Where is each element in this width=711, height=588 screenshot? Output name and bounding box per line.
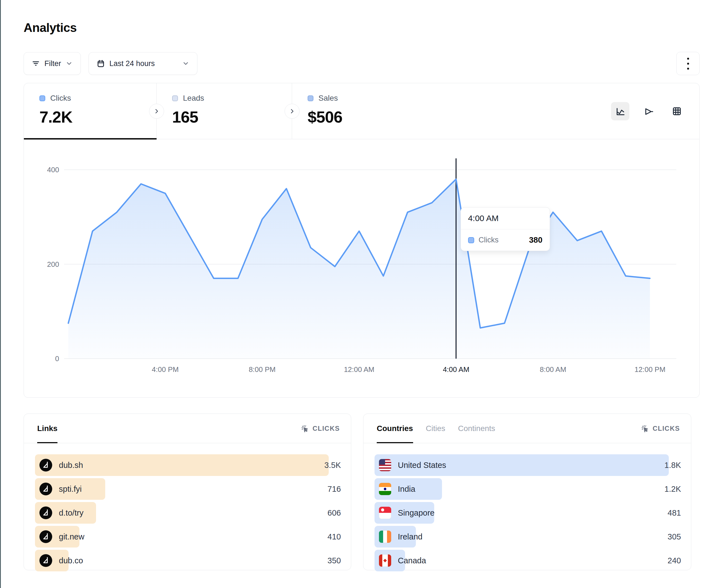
- links-panel: Links CLICKS d: [24, 413, 351, 570]
- x-axis: 4:00 PM 8:00 PM 12:00 AM 4:00 AM 8:00 AM…: [64, 365, 676, 376]
- clicks-chart: 400 200 0 4:00 AM Clicks 380 4:00 PM 8:0…: [24, 139, 699, 359]
- filter-button-label: Filter: [44, 59, 61, 68]
- dub-logo-icon: [39, 530, 52, 543]
- expand-clicks-button[interactable]: [149, 104, 164, 119]
- cursor-click-icon: [641, 424, 649, 433]
- country-label: Singapore: [398, 508, 434, 518]
- clicks-value: 7.2K: [39, 108, 156, 126]
- sales-label: Sales: [319, 94, 338, 103]
- country-row[interactable]: United States 1.8K: [374, 454, 681, 476]
- country-label: India: [398, 484, 415, 494]
- stats-tabs: Clicks 7.2K Leads 165 Sales $506: [24, 83, 699, 139]
- metric-selector[interactable]: CLICKS: [300, 414, 340, 443]
- flag-india-icon: [379, 483, 391, 495]
- line-chart-icon: [615, 106, 626, 117]
- expand-leads-button[interactable]: [284, 104, 300, 119]
- link-row[interactable]: d.to/try 606: [35, 502, 341, 524]
- dub-logo-icon: [39, 459, 52, 472]
- flag-ireland-icon: [379, 530, 391, 543]
- chart-view-switcher: [611, 102, 686, 120]
- metric-selector[interactable]: CLICKS: [641, 414, 680, 443]
- country-row[interactable]: Canada 240: [374, 550, 681, 571]
- country-clicks: 305: [668, 532, 681, 541]
- x-tick: 12:00 PM: [635, 365, 666, 374]
- metric-label: CLICKS: [313, 425, 340, 432]
- x-tick: 4:00 PM: [152, 365, 179, 374]
- sales-value: $506: [308, 108, 425, 126]
- tab-sales[interactable]: Sales $506: [292, 83, 425, 139]
- kebab-menu-icon: [687, 58, 689, 60]
- flag-singapore-icon: [379, 507, 391, 519]
- tab-clicks[interactable]: Clicks 7.2K: [24, 83, 156, 139]
- x-tick-highlighted: 4:00 AM: [443, 365, 469, 374]
- clicks-legend-square: [468, 237, 474, 243]
- chart-tooltip: 4:00 AM Clicks 380: [460, 207, 550, 251]
- active-tab-underline: [24, 138, 156, 139]
- link-row[interactable]: spti.fyi 716: [35, 478, 341, 500]
- calendar-icon: [96, 59, 105, 68]
- x-tick: 8:00 PM: [249, 365, 276, 374]
- chevron-down-icon: [66, 60, 73, 67]
- country-clicks: 1.8K: [664, 461, 681, 470]
- toolbar: Filter Last 24 hours: [24, 52, 699, 75]
- tab-leads[interactable]: Leads 165: [156, 83, 292, 139]
- country-label: Ireland: [398, 532, 423, 541]
- cursor-click-icon: [300, 424, 309, 433]
- country-clicks: 240: [668, 556, 681, 565]
- link-clicks: 716: [328, 484, 341, 494]
- tab-links[interactable]: Links: [37, 414, 58, 443]
- link-label: git.new: [59, 532, 84, 541]
- tab-cities[interactable]: Cities: [426, 414, 445, 443]
- country-row[interactable]: Singapore 481: [374, 502, 681, 524]
- analytics-page: Analytics Filter Last 24 hours: [0, 0, 711, 588]
- filter-button[interactable]: Filter: [24, 52, 81, 75]
- table-view-button[interactable]: [668, 102, 686, 120]
- y-tick-400: 400: [47, 165, 59, 174]
- chevron-down-icon: [182, 60, 189, 67]
- x-tick: 8:00 AM: [540, 365, 566, 374]
- clicks-legend-square: [39, 95, 45, 101]
- dub-logo-icon: [39, 506, 52, 519]
- link-clicks: 350: [328, 556, 341, 565]
- tab-countries[interactable]: Countries: [377, 414, 413, 443]
- analytics-card: Clicks 7.2K Leads 165 Sales $506: [24, 83, 699, 398]
- kebab-menu-button[interactable]: [676, 52, 699, 75]
- link-label: dub.co: [59, 556, 83, 565]
- flag-canada-icon: [379, 555, 391, 567]
- country-label: United States: [398, 461, 446, 470]
- tooltip-series-value: 380: [529, 235, 542, 245]
- link-label: d.to/try: [59, 508, 84, 518]
- country-row[interactable]: India 1.2K: [374, 478, 681, 500]
- leads-value: 165: [172, 108, 292, 126]
- link-clicks: 606: [328, 508, 341, 518]
- tab-continents[interactable]: Continents: [458, 414, 495, 443]
- y-tick-200: 200: [47, 260, 59, 269]
- country-clicks: 1.2K: [664, 484, 681, 494]
- dub-logo-icon: [39, 554, 52, 567]
- leads-legend-square: [172, 95, 178, 101]
- link-label: spti.fyi: [59, 484, 82, 494]
- breakdown-panels: Links CLICKS d: [24, 413, 699, 588]
- x-tick: 12:00 AM: [344, 365, 374, 374]
- link-row[interactable]: dub.co 350: [35, 550, 341, 571]
- y-tick-0: 0: [55, 355, 59, 363]
- funnel-view-button[interactable]: [639, 102, 658, 120]
- country-label: Canada: [398, 556, 426, 565]
- tooltip-time: 4:00 AM: [461, 207, 550, 229]
- line-chart-view-button[interactable]: [611, 102, 629, 120]
- link-label: dub.sh: [59, 461, 83, 470]
- link-row[interactable]: git.new 410: [35, 526, 341, 547]
- country-row[interactable]: Ireland 305: [374, 526, 681, 547]
- link-row[interactable]: dub.sh 3.5K: [35, 454, 341, 476]
- geo-panel: Countries Cities Continents CLICKS: [363, 413, 691, 570]
- date-range-label: Last 24 hours: [109, 59, 155, 68]
- filter-icon: [31, 59, 40, 68]
- link-clicks: 410: [328, 532, 341, 541]
- chart-plot-area[interactable]: 4:00 AM Clicks 380 4:00 PM 8:00 PM 12:00…: [64, 157, 676, 359]
- link-clicks: 3.5K: [324, 461, 341, 470]
- clicks-label: Clicks: [50, 94, 71, 103]
- dub-logo-icon: [39, 482, 52, 495]
- funnel-icon: [643, 106, 654, 117]
- date-range-button[interactable]: Last 24 hours: [89, 52, 197, 75]
- page-title: Analytics: [24, 21, 699, 35]
